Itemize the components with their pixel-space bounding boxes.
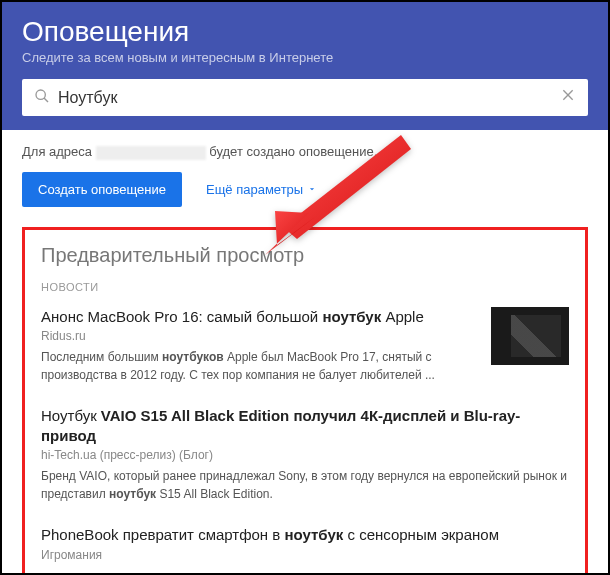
blurred-email	[96, 146, 206, 160]
news-source: Игромания	[41, 548, 569, 562]
news-thumbnail[interactable]	[491, 307, 569, 365]
search-box[interactable]	[22, 79, 588, 116]
news-title[interactable]: PhoneBook превратит смартфон в ноутбук с…	[41, 525, 569, 545]
clear-icon[interactable]	[560, 87, 576, 108]
header-banner: Оповещения Следите за всем новым и интер…	[2, 2, 608, 130]
creation-suffix: будет создано оповещение.	[209, 144, 377, 159]
page-subtitle: Следите за всем новым и интересным в Инт…	[22, 50, 588, 65]
create-alert-button[interactable]: Создать оповещение	[22, 172, 182, 207]
page-title: Оповещения	[22, 16, 588, 48]
news-source: hi-Tech.ua (пресс-релиз) (Блог)	[41, 448, 569, 462]
news-item[interactable]: PhoneBook превратит смартфон в ноутбук с…	[41, 525, 569, 562]
search-icon	[34, 88, 50, 108]
news-snippet: Последним большим ноутбуков Apple был Ma…	[41, 348, 479, 384]
creation-prefix: Для адреса	[22, 144, 92, 159]
news-item[interactable]: Ноутбук VAIO S15 All Black Edition получ…	[41, 406, 569, 503]
news-title[interactable]: Ноутбук VAIO S15 All Black Edition получ…	[41, 406, 569, 445]
news-item[interactable]: Анонс MacBook Pro 16: самый большой ноут…	[41, 307, 569, 385]
preview-panel: Предварительный просмотр НОВОСТИ Анонс M…	[22, 227, 588, 575]
more-params-link[interactable]: Ещё параметры	[206, 182, 317, 197]
news-title[interactable]: Анонс MacBook Pro 16: самый большой ноут…	[41, 307, 479, 327]
preview-title: Предварительный просмотр	[41, 244, 569, 267]
more-params-label: Ещё параметры	[206, 182, 303, 197]
chevron-down-icon	[307, 182, 317, 197]
news-source: Ridus.ru	[41, 329, 479, 343]
svg-line-1	[44, 98, 48, 102]
creation-info: Для адреса будет создано оповещение.	[22, 144, 588, 160]
section-news-label: НОВОСТИ	[41, 281, 569, 293]
news-snippet: Бренд VAIO, который ранее принадлежал So…	[41, 467, 569, 503]
search-input[interactable]	[58, 89, 560, 107]
svg-point-0	[36, 90, 45, 99]
